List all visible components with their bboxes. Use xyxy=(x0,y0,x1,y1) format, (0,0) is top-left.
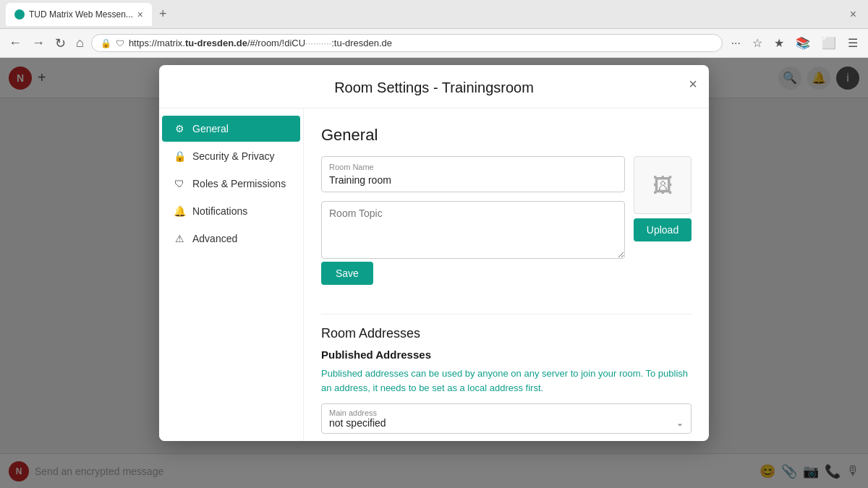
bell-icon: 🔔 xyxy=(174,205,185,217)
url-suffix: :tu-dresden.de xyxy=(331,38,392,48)
browser-tab[interactable]: TUD Matrix Web Messen... × xyxy=(6,3,152,26)
room-name-row: Room Name Training room 🖼 Upload xyxy=(321,156,692,262)
browser-window: TUD Matrix Web Messen... × + × ← → ↻ ⌂ 🔒… xyxy=(0,0,868,488)
modal-main-content: General Room Name Training room xyxy=(304,108,709,441)
tab-close-button[interactable]: × xyxy=(137,9,143,20)
back-button[interactable]: ← xyxy=(6,34,25,52)
section-divider-1 xyxy=(321,314,692,314)
room-image-preview: 🖼 xyxy=(634,156,692,214)
sidebar-label-security: Security & Privacy xyxy=(192,150,275,162)
modal-overlay: Room Settings - Trainingsroom × ⚙ Genera… xyxy=(0,58,868,488)
addresses-section-title: Room Addresses xyxy=(321,326,692,341)
tab-favicon xyxy=(14,9,25,20)
save-button[interactable]: Save xyxy=(321,262,373,285)
sidebar-item-security-privacy[interactable]: 🔒 Security & Privacy xyxy=(162,143,300,169)
sidebar-toggle-button[interactable]: ⬜ xyxy=(817,33,841,53)
sidebar-item-advanced[interactable]: ⚠ Advanced xyxy=(162,226,300,252)
url-path: /#/room/!diCU xyxy=(247,38,305,48)
room-settings-modal: Room Settings - Trainingsroom × ⚙ Genera… xyxy=(159,65,709,441)
pocket-button[interactable]: ☆ xyxy=(748,33,767,53)
browser-close-button[interactable]: × xyxy=(844,7,862,22)
home-button[interactable]: ⌂ xyxy=(73,34,87,52)
published-addresses-title: Published Addresses xyxy=(321,348,692,361)
select-row: not specified ⌄ xyxy=(329,417,684,429)
gear-icon: ⚙ xyxy=(174,123,185,134)
new-tab-button[interactable]: + xyxy=(155,5,171,23)
lock-icon: 🔒 xyxy=(174,150,185,162)
sidebar-label-notifications: Notifications xyxy=(192,205,247,217)
room-name-value: Training room xyxy=(329,174,617,186)
sidebar-item-roles-permissions[interactable]: 🛡 Roles & Permissions xyxy=(162,171,300,197)
sidebar-label-general: General xyxy=(192,123,229,134)
shield-nav-icon: 🛡 xyxy=(174,178,185,189)
reload-button[interactable]: ↻ xyxy=(52,34,69,53)
forward-button[interactable]: → xyxy=(29,34,48,52)
star-button[interactable]: ★ xyxy=(770,33,788,53)
published-helper-text: Published addresses can be used by anyon… xyxy=(321,367,692,395)
more-options-button[interactable]: ··· xyxy=(727,34,745,53)
browser-toolbar: ← → ↻ ⌂ 🔒 🛡 https://matrix.tu-dresden.de… xyxy=(0,29,868,58)
main-address-value: not specified xyxy=(329,417,386,429)
main-address-select[interactable]: Main address not specified ⌄ xyxy=(321,403,692,434)
upload-section: 🖼 Upload xyxy=(634,156,692,241)
upload-button[interactable]: Upload xyxy=(634,218,692,241)
library-button[interactable]: 📚 xyxy=(791,33,814,53)
room-name-label: Room Name xyxy=(329,163,617,171)
general-section-title: General xyxy=(321,126,692,145)
main-address-label: Main address xyxy=(329,408,684,417)
room-name-field[interactable]: Room Name Training room xyxy=(321,156,625,192)
modal-header: Room Settings - Trainingsroom × xyxy=(159,65,709,108)
chevron-down-icon: ⌄ xyxy=(676,418,684,428)
url-prefix: https://matrix. xyxy=(129,38,185,48)
image-placeholder-icon: 🖼 xyxy=(652,174,673,197)
address-bar[interactable]: 🔒 🛡 https://matrix.tu-dresden.de/#/room/… xyxy=(91,34,723,52)
modal-body: ⚙ General 🔒 Security & Privacy 🛡 Roles &… xyxy=(159,108,709,441)
sidebar-label-advanced: Advanced xyxy=(192,233,237,244)
settings-sidebar-nav: ⚙ General 🔒 Security & Privacy 🛡 Roles &… xyxy=(159,108,304,441)
warning-icon: ⚠ xyxy=(174,233,185,244)
url-hidden: ·········· xyxy=(305,38,331,48)
room-name-input-container: Room Name Training room xyxy=(321,156,625,262)
shield-icon: 🛡 xyxy=(116,38,124,48)
app-content: N + T Training room 🔍 🔔 i Room Settings … xyxy=(0,58,868,488)
browser-titlebar: TUD Matrix Web Messen... × + × xyxy=(0,0,868,29)
menu-button[interactable]: ☰ xyxy=(843,33,862,53)
security-icon: 🔒 xyxy=(101,38,111,48)
room-topic-field[interactable] xyxy=(321,201,625,259)
sidebar-item-notifications[interactable]: 🔔 Notifications xyxy=(162,198,300,224)
url-bold: tu-dresden.de xyxy=(185,38,247,48)
sidebar-label-roles: Roles & Permissions xyxy=(192,178,286,189)
toolbar-actions: ··· ☆ ★ 📚 ⬜ ☰ xyxy=(727,33,862,53)
tab-title: TUD Matrix Web Messen... xyxy=(29,9,133,20)
modal-title: Room Settings - Trainingsroom xyxy=(176,80,692,96)
modal-close-button[interactable]: × xyxy=(689,77,697,91)
sidebar-item-general[interactable]: ⚙ General xyxy=(162,116,300,142)
url-display: https://matrix.tu-dresden.de/#/room/!diC… xyxy=(129,38,392,48)
